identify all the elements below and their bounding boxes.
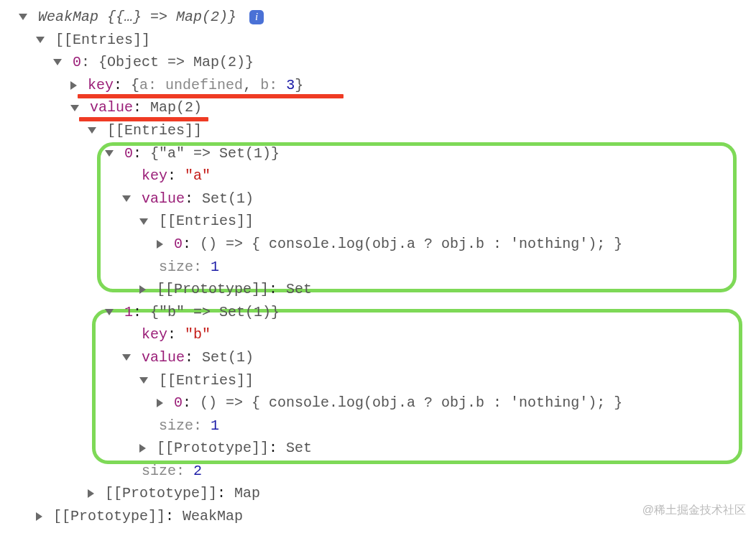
inner-a-set-entry-row[interactable]: 0: () => { console.log(obj.a ? obj.b : '… bbox=[6, 233, 756, 256]
brace-open: { bbox=[131, 77, 139, 93]
prototype-value: Set bbox=[286, 281, 312, 297]
value-summary: Set(1) bbox=[202, 190, 254, 207]
entries-label: [[Entries]] bbox=[159, 213, 254, 229]
entry-summary: {"b" => Set(1)} bbox=[150, 304, 280, 320]
prototype-value: Set bbox=[286, 440, 312, 456]
expand-toggle-icon[interactable] bbox=[88, 127, 96, 134]
entry-0-key-row[interactable]: key: {a: undefined, b: 3} bbox=[6, 74, 756, 97]
key-a-name: a bbox=[139, 77, 148, 93]
prototype-value: Map bbox=[234, 485, 260, 501]
key-label: key bbox=[142, 167, 167, 184]
size-value: 2 bbox=[193, 463, 202, 479]
size-label: size bbox=[159, 259, 193, 275]
value-summary: Map(2) bbox=[150, 99, 202, 116]
key-value: "b" bbox=[185, 326, 211, 343]
key-label: key bbox=[142, 326, 167, 343]
value-summary: Set(1) bbox=[202, 349, 254, 366]
value-label: value bbox=[90, 99, 133, 116]
inner-a-key-row: key: "a" bbox=[6, 165, 756, 188]
key-value: "a" bbox=[185, 167, 211, 184]
size-value: 1 bbox=[211, 417, 219, 434]
entry-index: 1 bbox=[124, 304, 133, 320]
inner-a-entries-row[interactable]: [[Entries]] bbox=[6, 210, 756, 233]
key-a-value: undefined bbox=[165, 77, 243, 93]
entries-row[interactable]: [[Entries]] bbox=[6, 29, 756, 52]
key-b-value: 3 bbox=[286, 77, 295, 93]
expand-toggle-icon[interactable] bbox=[53, 59, 62, 65]
entries-label: [[Entries]] bbox=[55, 32, 150, 48]
weakmap-header-row[interactable]: WeakMap {{…} => Map(2)} i bbox=[6, 6, 756, 29]
function-body: () => { console.log(obj.a ? obj.b : 'not… bbox=[200, 394, 622, 411]
expand-toggle-icon[interactable] bbox=[139, 285, 146, 294]
entries-label: [[Entries]] bbox=[107, 122, 202, 139]
expand-toggle-icon[interactable] bbox=[88, 489, 94, 498]
expand-toggle-icon[interactable] bbox=[70, 81, 77, 90]
expand-toggle-icon[interactable] bbox=[139, 444, 146, 453]
value-label: value bbox=[142, 349, 185, 366]
prototype-label: [[Prototype]] bbox=[157, 281, 269, 297]
inner-a-value-row[interactable]: value: Set(1) bbox=[6, 188, 756, 210]
inner-b-key-row: key: "b" bbox=[6, 323, 756, 346]
expand-toggle-icon[interactable] bbox=[70, 105, 79, 111]
entry-index: 0 bbox=[174, 236, 183, 252]
function-body: () => { console.log(obj.a ? obj.b : 'not… bbox=[200, 236, 622, 252]
key-label: key bbox=[88, 77, 114, 93]
inner-b-entries-row[interactable]: [[Entries]] bbox=[6, 369, 756, 392]
expand-toggle-icon[interactable] bbox=[157, 240, 163, 249]
info-icon[interactable]: i bbox=[249, 10, 264, 24]
entry-index: 0 bbox=[124, 145, 133, 162]
expand-toggle-icon[interactable] bbox=[139, 377, 148, 384]
brace-close: } bbox=[295, 77, 303, 93]
inner-entry-a-row[interactable]: 0: {"a" => Set(1)} bbox=[6, 142, 756, 165]
inner-a-prototype-row[interactable]: [[Prototype]]: Set bbox=[6, 278, 756, 301]
map-size-row: size: 2 bbox=[6, 460, 756, 483]
entry-0-value-row[interactable]: value: Map(2) bbox=[6, 96, 756, 119]
inner-b-size-row: size: 1 bbox=[6, 415, 756, 438]
inner-b-value-row[interactable]: value: Set(1) bbox=[6, 346, 756, 369]
entry-summary: {"a" => Set(1)} bbox=[150, 145, 280, 162]
expand-toggle-icon[interactable] bbox=[157, 399, 163, 407]
inner-a-size-row: size: 1 bbox=[6, 256, 756, 279]
prototype-label: [[Prototype]] bbox=[105, 485, 217, 501]
entries-label: [[Entries]] bbox=[159, 372, 254, 389]
weakmap-summary: WeakMap {{…} => Map(2)} bbox=[38, 9, 236, 25]
entry-0-row[interactable]: 0: {Object => Map(2)} bbox=[6, 51, 756, 74]
expand-toggle-icon[interactable] bbox=[122, 354, 131, 361]
entry-index: 0 bbox=[73, 54, 81, 70]
size-label: size bbox=[159, 417, 193, 434]
entry-index: 0 bbox=[174, 394, 183, 411]
expand-toggle-icon[interactable] bbox=[122, 195, 131, 202]
expand-toggle-icon[interactable] bbox=[105, 309, 114, 315]
expand-toggle-icon[interactable] bbox=[19, 14, 27, 20]
expand-toggle-icon[interactable] bbox=[105, 150, 114, 157]
prototype-label: [[Prototype]] bbox=[157, 440, 269, 456]
value-label: value bbox=[142, 190, 185, 207]
prototype-value: WeakMap bbox=[183, 508, 243, 524]
entry-summary: {Object => Map(2)} bbox=[98, 54, 254, 70]
size-label: size bbox=[142, 463, 176, 479]
expand-toggle-icon[interactable] bbox=[139, 218, 148, 225]
watermark: @稀土掘金技术社区 bbox=[642, 501, 746, 519]
inner-entry-b-row[interactable]: 1: {"b" => Set(1)} bbox=[6, 301, 756, 324]
prototype-label: [[Prototype]] bbox=[53, 508, 165, 524]
inner-b-set-entry-row[interactable]: 0: () => { console.log(obj.a ? obj.b : '… bbox=[6, 392, 756, 415]
key-b-name: b bbox=[260, 77, 269, 93]
size-value: 1 bbox=[211, 259, 219, 275]
inner-entries-row[interactable]: [[Entries]] bbox=[6, 119, 756, 142]
expand-toggle-icon[interactable] bbox=[36, 512, 42, 521]
expand-toggle-icon[interactable] bbox=[36, 37, 45, 43]
inner-b-prototype-row[interactable]: [[Prototype]]: Set bbox=[6, 437, 756, 460]
